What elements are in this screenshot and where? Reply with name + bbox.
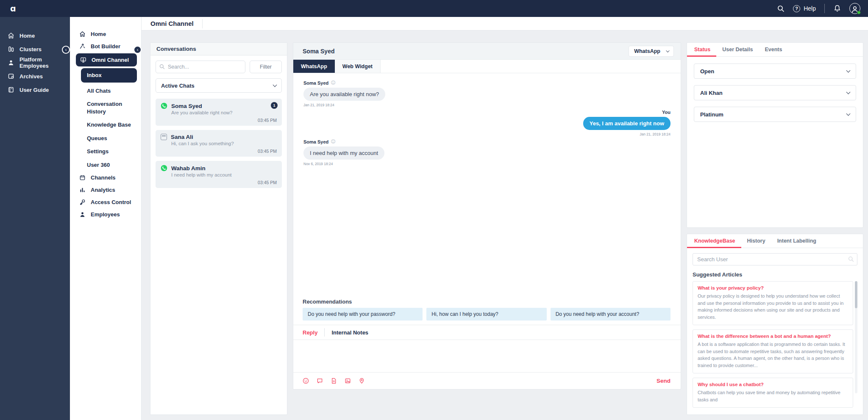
tab-internal-notes[interactable]: Internal Notes — [331, 329, 368, 336]
sidebar-item-employees[interactable]: Employees — [70, 208, 141, 221]
message-history: Soma Syed ☺ Are you available right now?… — [293, 73, 681, 298]
location-icon[interactable] — [359, 378, 365, 384]
message-time: 03:45 PM — [161, 149, 277, 154]
calendar-icon — [79, 174, 86, 181]
message-timestamp: Nov 6, 2019 18:24 — [303, 162, 384, 166]
topbar-divider — [824, 4, 825, 13]
incoming-message: Soma Syed ☺ Are you available right now?… — [303, 80, 385, 107]
article-title[interactable]: What is your privacy policy? — [698, 285, 848, 290]
user-avatar[interactable] — [849, 3, 860, 14]
sidebar-item-home[interactable]: Home — [0, 29, 70, 42]
article-card[interactable]: Why should I use a chatbot? Chatbots can… — [693, 378, 853, 408]
channel-select[interactable]: WhatsApp — [629, 46, 674, 57]
sidebar-item-omni-channel[interactable]: Omni Channel — [76, 53, 137, 66]
sidebar-item-bot-builder[interactable]: Bot Builder — [70, 40, 141, 52]
recommendation-chip[interactable]: Do you need help with your account? — [551, 308, 670, 321]
sidebar-item-home[interactable]: Home — [70, 28, 141, 40]
assigned-agent-select[interactable]: Ali Khan — [694, 85, 856, 100]
article-body: A bot is a software application that is … — [698, 341, 848, 369]
chevron-down-icon — [846, 90, 851, 94]
customer-tier-select[interactable]: Platinum — [694, 107, 856, 122]
sidebar-item-all-chats[interactable]: All Chats — [70, 84, 141, 98]
topbar: ɑ ? Help — [0, 0, 868, 17]
sender-name: Soma Syed — [303, 139, 328, 144]
bar-chart-icon — [79, 187, 86, 193]
tab-whatsapp[interactable]: WhatsApp — [293, 60, 335, 73]
sidebar-item-user-guide[interactable]: User Guide — [0, 83, 70, 97]
reply-input[interactable] — [293, 340, 681, 372]
message-preview: Hi, can I ask you something? — [171, 141, 277, 146]
filter-button[interactable]: Filter — [250, 61, 282, 73]
search-icon[interactable] — [777, 5, 785, 12]
tab-history[interactable]: History — [741, 234, 771, 248]
tab-knowledgebase[interactable]: KnowledgeBase — [687, 234, 741, 248]
compose-area: Reply Internal Notes Send — [293, 325, 681, 389]
sidebar-item-label: Clusters — [19, 46, 42, 52]
canned-response-icon[interactable] — [317, 378, 323, 384]
collapse-secondary-sidebar-button[interactable]: ‹ — [134, 46, 142, 54]
omni-channel-icon — [80, 57, 86, 63]
contact-name: Sana Ali — [171, 134, 193, 140]
scrollbar-thumb[interactable] — [855, 281, 857, 308]
emoji-icon[interactable] — [303, 378, 309, 384]
tab-web-widget[interactable]: Web Widget — [335, 60, 381, 73]
sidebar-item-inbox[interactable]: Inbox — [81, 68, 137, 83]
assigned-agent-value: Ali Khan — [700, 90, 723, 96]
tab-events[interactable]: Events — [759, 43, 788, 57]
attach-file-icon[interactable] — [331, 378, 337, 384]
conversation-list-item[interactable]: Wahab Amin I need help with my account 0… — [156, 161, 282, 188]
knowledgebase-search-input[interactable] — [693, 253, 857, 265]
articles-scrollbar[interactable] — [855, 281, 857, 393]
article-title[interactable]: Why should I use a chatbot? — [698, 382, 848, 387]
sidebar-item-label: Platform Employees — [19, 56, 70, 69]
book-icon — [8, 86, 14, 93]
sidebar-item-access-control[interactable]: Access Control — [70, 196, 141, 208]
article-title[interactable]: What is the difference between a bot and… — [698, 334, 848, 339]
chat-folder-value: Active Chats — [161, 83, 195, 89]
web-widget-icon — [161, 134, 167, 140]
sidebar-item-label: Home — [19, 33, 35, 39]
conversation-list-item[interactable]: Sana Ali Hi, can I ask you something? 03… — [156, 130, 282, 157]
sidebar-item-user-360[interactable]: User 360 — [70, 158, 141, 172]
tab-user-details[interactable]: User Details — [716, 43, 759, 57]
conversations-title: Conversations — [150, 43, 287, 55]
message-time: 03:45 PM — [161, 180, 277, 185]
sidebar-item-analytics[interactable]: Analytics — [70, 184, 141, 196]
recommendation-chip[interactable]: Hi, how can I help you today? — [426, 308, 546, 321]
message-timestamp: Jan 21, 2019 18:24 — [583, 132, 670, 136]
conversation-search-input[interactable] — [156, 61, 245, 73]
chat-folder-select[interactable]: Active Chats — [156, 78, 282, 93]
attach-image-icon[interactable] — [345, 378, 351, 384]
home-icon — [8, 32, 14, 39]
sidebar-item-settings[interactable]: Settings — [70, 145, 141, 158]
main-area: Omni Channel Conversations Filter Acti — [142, 17, 868, 420]
chat-panel: Soma Syed WhatsApp WhatsApp Web Widget S… — [293, 42, 681, 390]
whatsapp-icon — [161, 165, 167, 171]
conversation-list-item[interactable]: Soma Syed Are you available right now? 0… — [156, 99, 282, 126]
recommendation-chip[interactable]: Do you need help with your password? — [303, 308, 423, 321]
article-card[interactable]: What is your privacy policy? Our privacy… — [693, 281, 853, 325]
user-details-panel: Status User Details Events Open Ali Khan — [687, 42, 863, 228]
article-body: Our privacy policy is designed to help y… — [698, 293, 848, 321]
sidebar-item-channels[interactable]: Channels — [70, 171, 141, 184]
article-card[interactable]: What is the difference between a bot and… — [693, 329, 853, 373]
tab-reply[interactable]: Reply — [303, 329, 317, 336]
clusters-icon — [8, 46, 14, 52]
tab-status[interactable]: Status — [687, 43, 716, 57]
chat-status-select[interactable]: Open — [694, 64, 856, 79]
sidebar-item-archives[interactable]: Archives — [0, 69, 70, 83]
tab-intent-labelling[interactable]: Intent Labelling — [771, 234, 822, 248]
send-button[interactable]: Send — [657, 378, 670, 384]
sidebar-item-clusters[interactable]: Clusters — [0, 42, 70, 56]
help-label: Help — [804, 5, 816, 12]
article-body: Chatbots can help you save time and mone… — [698, 389, 848, 403]
sidebar-item-platform-employees[interactable]: Platform Employees — [0, 56, 70, 69]
help-menu[interactable]: ? Help — [793, 5, 816, 12]
sidebar-item-conversation-history[interactable]: Conversation History — [70, 97, 124, 118]
sidebar-item-knowledge-base[interactable]: Knowledge Base — [70, 118, 141, 132]
sidebar-item-queues[interactable]: Queues — [70, 132, 141, 145]
notifications-bell-icon[interactable] — [833, 5, 841, 12]
collapse-primary-sidebar-button[interactable]: ‹ — [62, 46, 70, 54]
sender-name: Soma Syed — [303, 80, 328, 86]
person-icon — [8, 59, 14, 66]
